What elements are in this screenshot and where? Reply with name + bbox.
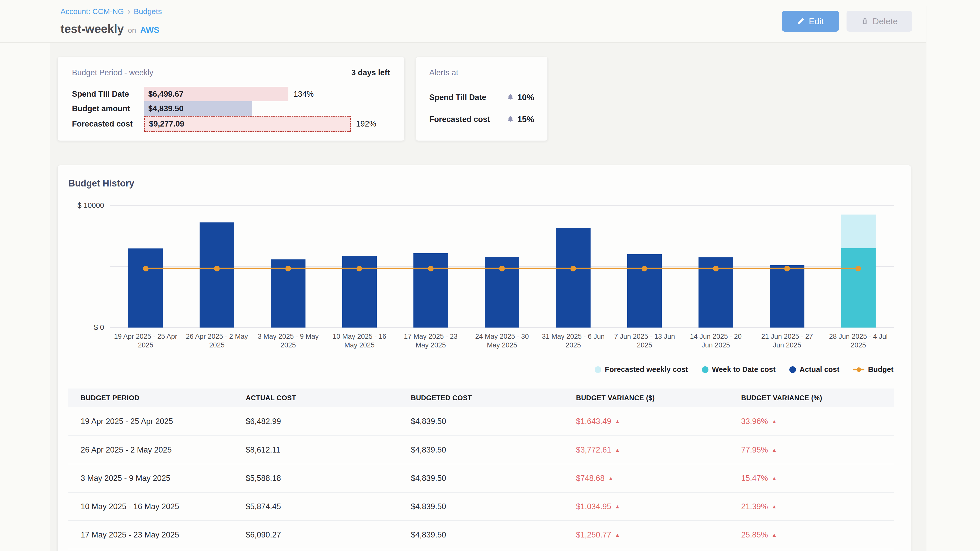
breadcrumb-budgets-link[interactable]: Budgets <box>134 7 162 16</box>
title-connector: on <box>128 26 136 35</box>
x-axis-label: 17 May 2025 - 23 May 2025 <box>399 332 463 349</box>
budget-line-marker[interactable] <box>428 266 434 272</box>
legend-item[interactable]: Week to Date cost <box>702 365 776 374</box>
chart-category-column: 26 Apr 2025 - 2 May 2025 <box>181 206 252 327</box>
alert-row: Spend Till Date10% <box>429 93 534 102</box>
cell-budgeted-cost: $4,839.50 <box>399 492 564 521</box>
legend-swatch <box>702 366 708 373</box>
trend-up-icon: ▲ <box>772 532 777 538</box>
budget-line-marker[interactable] <box>641 266 647 272</box>
cell-budget-variance-usd: $1,034.95▲ <box>564 492 729 521</box>
chart-bar[interactable] <box>770 265 804 327</box>
cell-actual-cost: $6,090.27 <box>234 521 399 549</box>
chart-category-column: 31 May 2025 - 6 Jun 2025 <box>538 206 609 327</box>
chart-bar[interactable] <box>200 222 234 327</box>
budget-period-row: Spend Till Date$6,499.67134% <box>72 87 390 101</box>
chart-bar[interactable] <box>128 248 163 327</box>
budget-period-row-label: Budget amount <box>72 104 144 113</box>
chart-plot: 19 Apr 2025 - 25 Apr 202526 Apr 2025 - 2… <box>110 206 894 327</box>
budget-line-marker[interactable] <box>214 266 220 272</box>
cell-budget-variance-usd: $748.68▲ <box>564 464 729 492</box>
budget-line-marker[interactable] <box>784 266 790 272</box>
column-header: BUDGET PERIOD <box>68 389 234 407</box>
column-header: BUDGET VARIANCE (%) <box>729 389 894 407</box>
cell-budgeted-cost: $4,839.50 <box>399 407 564 436</box>
x-axis-label: 24 May 2025 - 30 May 2025 <box>470 332 534 349</box>
delete-button[interactable]: Delete <box>846 11 912 32</box>
chart-legend: Forecasted weekly costWeek to Date costA… <box>68 365 900 374</box>
actual-cost-bar[interactable] <box>414 253 448 327</box>
budget-period-card: Budget Period - weekly 3 days left Spend… <box>57 57 404 141</box>
column-header: ACTUAL COST <box>234 389 399 407</box>
y-axis-tick-label: $ 0 <box>68 323 104 332</box>
cell-budget-period: 17 May 2025 - 23 May 2025 <box>68 521 234 549</box>
budget-history-table: BUDGET PERIODACTUAL COSTBUDGETED COSTBUD… <box>68 389 894 549</box>
variance-value: $748.68 <box>576 474 605 483</box>
chart-bar[interactable] <box>414 253 448 327</box>
cell-budget-variance-pct: 21.39%▲ <box>729 492 894 521</box>
cell-actual-cost: $6,482.99 <box>234 407 399 436</box>
actual-cost-bar[interactable] <box>556 228 590 327</box>
content-panel-right-border <box>926 6 926 551</box>
week-to-date-cost-bar[interactable] <box>841 248 876 327</box>
breadcrumb-account-link[interactable]: Account: CCM-NG <box>60 7 124 16</box>
chart-bar[interactable] <box>556 228 590 327</box>
x-axis-label: 28 Jun 2025 - 4 Jul 2025 <box>826 332 890 349</box>
x-axis-label: 19 Apr 2025 - 25 Apr 2025 <box>114 332 178 349</box>
budget-line-marker[interactable] <box>143 266 148 272</box>
variance-value: $3,772.61 <box>576 445 611 454</box>
table-row: 3 May 2025 - 9 May 2025$5,588.18$4,839.5… <box>68 464 894 492</box>
legend-item[interactable]: Actual cost <box>789 365 839 374</box>
legend-item[interactable]: Budget <box>853 365 894 374</box>
forecast-bar: $9,277.09 <box>144 116 351 132</box>
legend-label: Forecasted weekly cost <box>605 365 688 374</box>
trend-up-icon: ▲ <box>615 418 620 424</box>
alert-threshold-value: 15% <box>517 114 534 124</box>
budget-detail-page: Account: CCM-NG › Budgets test-weekly on… <box>0 0 980 551</box>
trend-up-icon: ▲ <box>615 447 620 453</box>
budget-period-row-label: Spend Till Date <box>72 89 144 99</box>
variance-value: $1,643.49 <box>576 417 611 426</box>
trend-up-icon: ▲ <box>615 503 620 510</box>
forecasted-weekly-cost-bar[interactable] <box>841 214 876 248</box>
actual-cost-bar[interactable] <box>128 248 163 327</box>
chevron-right-icon: › <box>127 6 130 16</box>
alert-threshold-group: 10% <box>507 93 534 102</box>
table-row: 10 May 2025 - 16 May 2025$5,874.45$4,839… <box>68 492 894 521</box>
budget-history-title: Budget History <box>68 178 900 189</box>
budget-period-row-amount: $4,839.50 <box>148 104 183 113</box>
budget-line-marker[interactable] <box>499 266 505 272</box>
budget-line-marker[interactable] <box>570 266 576 272</box>
trend-up-icon: ▲ <box>772 475 777 481</box>
cell-budgeted-cost: $4,839.50 <box>399 436 564 464</box>
cell-budget-period: 19 Apr 2025 - 25 Apr 2025 <box>68 407 234 436</box>
delete-button-label: Delete <box>873 16 897 26</box>
budget-period-row-amount: $9,277.09 <box>149 119 184 129</box>
budget-period-row: Budget amount$4,839.50 <box>72 101 390 116</box>
budget-history-card: Budget History 19 Apr 2025 - 25 Apr 2025… <box>57 165 911 551</box>
variance-value: 25.85% <box>741 530 768 539</box>
days-left-label: 3 days left <box>351 68 390 77</box>
cell-budgeted-cost: $4,839.50 <box>399 521 564 549</box>
edit-button[interactable]: Edit <box>782 11 839 32</box>
actual-cost-bar[interactable] <box>770 265 804 327</box>
chart-bar[interactable] <box>627 254 662 327</box>
budget-name: test-weekly <box>60 22 124 36</box>
alert-threshold-group: 15% <box>507 114 534 124</box>
legend-label: Week to Date cost <box>712 365 776 374</box>
spend-bar: $6,499.67 <box>144 87 288 101</box>
budget-line-marker[interactable] <box>356 266 362 272</box>
legend-item[interactable]: Forecasted weekly cost <box>595 365 688 374</box>
alerts-card: Alerts at Spend Till Date10%Forecasted c… <box>416 57 548 141</box>
alert-row-label: Spend Till Date <box>429 93 486 102</box>
header-actions: Edit Delete <box>782 11 912 32</box>
chart-category-column: 17 May 2025 - 23 May 2025 <box>395 206 466 327</box>
budget-line-marker[interactable] <box>285 266 291 272</box>
x-axis-label: 3 May 2025 - 9 May 2025 <box>256 332 320 349</box>
actual-cost-bar[interactable] <box>627 254 662 327</box>
actual-cost-bar[interactable] <box>200 222 234 327</box>
alerts-card-title: Alerts at <box>429 68 458 77</box>
budget-line-marker[interactable] <box>713 266 719 272</box>
budget-line-marker[interactable] <box>856 266 861 272</box>
alert-threshold-value: 10% <box>517 93 534 102</box>
